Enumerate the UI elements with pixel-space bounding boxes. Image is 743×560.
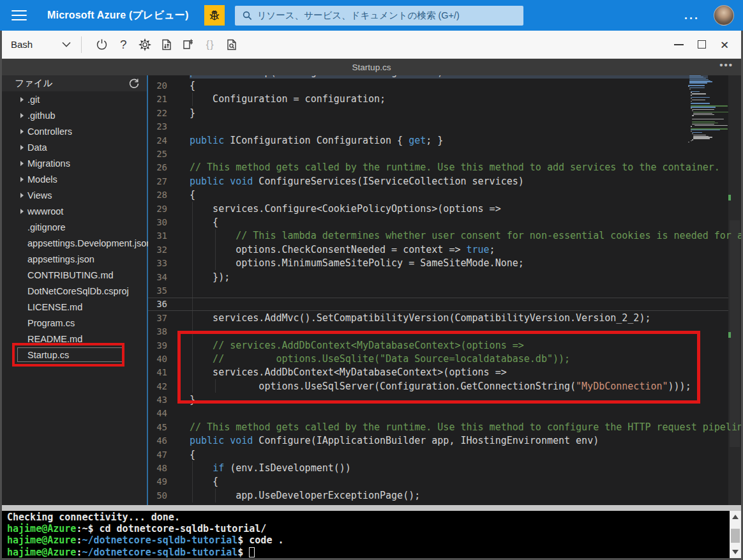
code-line-49[interactable]: 49 { xyxy=(148,475,741,488)
maximize-button[interactable] xyxy=(690,34,713,55)
tree-item--gitignore[interactable]: .gitignore xyxy=(2,219,147,235)
tree-item-models[interactable]: Models xyxy=(2,171,147,187)
code-line-25[interactable]: 25 xyxy=(148,147,741,160)
code-line-33[interactable]: 33 options.MinimumSameSitePolicy = SameS… xyxy=(148,256,741,269)
upload-download-button[interactable] xyxy=(156,34,177,56)
code-line-26[interactable]: 26// This method gets called by the runt… xyxy=(148,161,741,174)
settings-button[interactable] xyxy=(134,34,156,56)
scroll-up-icon[interactable] xyxy=(732,515,739,519)
code-line-40[interactable]: 40 // options.UseSqlite("Data Source=loc… xyxy=(148,352,741,365)
code-line-29[interactable]: 29 services.Configure<CookiePolicyOption… xyxy=(148,202,741,215)
tree-item-migrations[interactable]: Migrations xyxy=(2,155,147,171)
code-line-30[interactable]: 30 { xyxy=(148,215,741,229)
tree-item-program-cs[interactable]: Program.cs xyxy=(2,315,147,331)
code-line-46[interactable]: 46public void Configure(IApplicationBuil… xyxy=(148,434,741,448)
code-line-text: { xyxy=(190,216,218,228)
line-number: 47 xyxy=(148,450,176,460)
account-avatar[interactable] xyxy=(714,5,734,26)
editor-button[interactable]: {} xyxy=(199,34,221,56)
shell-toolbar: Bash ? xyxy=(2,31,741,59)
code-line-37[interactable]: 37 services.AddMvc().SetCompatibilityVer… xyxy=(148,311,741,324)
chevron-right-icon[interactable] xyxy=(20,193,24,198)
tree-item-contributing-md[interactable]: CONTRIBUTING.md xyxy=(2,267,147,283)
shell-selector[interactable]: Bash xyxy=(2,39,71,50)
code-line-text: Configuration = configuration; xyxy=(190,93,386,105)
terminal-scrollbar[interactable] xyxy=(730,511,741,558)
line-number: 50 xyxy=(148,490,176,501)
code-line-text: options.UseSqlServer(Configuration.GetCo… xyxy=(190,381,691,392)
code-line-42[interactable]: 42 options.UseSqlServer(Configuration.Ge… xyxy=(148,379,741,393)
code-line-24[interactable]: 24public IConfiguration Configuration { … xyxy=(148,133,741,147)
tree-item-license-md[interactable]: LICENSE.md xyxy=(2,299,147,315)
code-line-50[interactable]: 50 app.UseDeveloperExceptionPage(); xyxy=(148,488,741,502)
code-line-39[interactable]: 39 // services.AddDbContext<MyDatabaseCo… xyxy=(148,338,741,352)
terminal-line: Checking connectivity... done. xyxy=(7,511,726,523)
toolbar-divider xyxy=(81,36,82,53)
code-line-32[interactable]: 32 options.CheckConsentNeeded = context … xyxy=(148,243,741,256)
code-editor[interactable]: 19public Startup(IConfiguration configur… xyxy=(148,75,741,505)
code-lines: 19public Startup(IConfiguration configur… xyxy=(148,75,741,503)
chevron-right-icon[interactable] xyxy=(20,209,24,214)
editor-more-icon[interactable]: ••• xyxy=(719,59,733,70)
close-button[interactable]: × xyxy=(713,34,736,55)
tree-item-controllers[interactable]: Controllers xyxy=(2,123,147,139)
tree-item-views[interactable]: Views xyxy=(2,187,147,203)
refresh-icon[interactable] xyxy=(128,77,140,90)
tree-item-appsettings-json[interactable]: appsettings.json xyxy=(2,251,147,267)
preview-file-button[interactable] xyxy=(221,34,243,56)
tree-item-data[interactable]: Data xyxy=(2,139,147,155)
chevron-right-icon[interactable] xyxy=(20,161,24,166)
tree-item-dotnetcoresqldb-csproj[interactable]: DotNetCoreSqlDb.csproj xyxy=(2,283,147,299)
code-line-31[interactable]: 31 // This lambda determines whether use… xyxy=(148,229,741,243)
help-button[interactable]: ? xyxy=(112,34,134,56)
bash-terminal[interactable]: Checking connectivity... done.hajime@Azu… xyxy=(2,511,741,558)
code-line-35[interactable]: 35 xyxy=(148,284,741,297)
minimap-line xyxy=(692,123,718,123)
code-line-36[interactable]: 36 xyxy=(148,298,741,311)
code-line-44[interactable]: 44 xyxy=(148,407,741,420)
minimap-line xyxy=(689,79,709,80)
code-line-27[interactable]: 27public void ConfigureServices(IService… xyxy=(148,174,741,188)
minimize-button[interactable] xyxy=(667,34,690,55)
code-line-21[interactable]: 21 Configuration = configuration; xyxy=(148,93,741,106)
line-number: 39 xyxy=(148,340,176,351)
tree-item-appsettings-development-json[interactable]: appsettings.Development.json xyxy=(2,235,147,251)
search-input[interactable] xyxy=(257,10,513,20)
tree-item-startup-cs[interactable]: Startup.cs xyxy=(2,347,147,363)
chevron-right-icon[interactable] xyxy=(20,145,24,150)
code-line-28[interactable]: 28{ xyxy=(148,188,741,202)
code-line-20[interactable]: 20{ xyxy=(148,79,741,92)
hamburger-menu-icon[interactable] xyxy=(11,10,27,20)
code-line-47[interactable]: 47{ xyxy=(148,448,741,461)
code-line-38[interactable]: 38 xyxy=(148,324,741,338)
chevron-right-icon[interactable] xyxy=(20,97,24,102)
code-line-48[interactable]: 48 if (env.IsDevelopment()) xyxy=(148,461,741,474)
terminal-line: hajime@Azure:~/dotnetcore-sqldb-tutorial… xyxy=(7,547,726,558)
tree-item--github[interactable]: .github xyxy=(2,107,147,123)
code-line-41[interactable]: 41 services.AddDbContext<MyDatabaseConte… xyxy=(148,366,741,379)
chevron-right-icon[interactable] xyxy=(20,129,24,134)
feedback-bug-button[interactable] xyxy=(204,5,225,26)
terminal-scrollbar-thumb[interactable] xyxy=(731,529,740,543)
tree-item--git[interactable]: .git xyxy=(2,91,147,107)
editor-scrollbar[interactable] xyxy=(728,75,741,505)
chevron-right-icon[interactable] xyxy=(20,177,24,182)
scroll-down-icon[interactable] xyxy=(732,550,739,554)
line-number: 44 xyxy=(148,408,176,418)
minimap[interactable] xyxy=(688,75,728,505)
topbar-more-icon[interactable]: ... xyxy=(684,9,700,22)
code-line-34[interactable]: 34 }); xyxy=(148,270,741,284)
code-line-43[interactable]: 43} xyxy=(148,393,741,406)
code-line-45[interactable]: 45// This method gets called by the runt… xyxy=(148,420,741,434)
restart-power-button[interactable] xyxy=(91,34,112,56)
code-line-text: }); xyxy=(190,271,230,283)
tree-item-readme-md[interactable]: README.md xyxy=(2,331,147,347)
editor-scrollbar-thumb[interactable] xyxy=(730,220,740,447)
minimap-line xyxy=(691,103,710,103)
code-line-23[interactable]: 23 xyxy=(148,120,741,133)
terminal-resize-handle[interactable] xyxy=(2,505,741,511)
code-line-22[interactable]: 22} xyxy=(148,106,741,119)
new-session-button[interactable] xyxy=(177,34,199,56)
chevron-right-icon[interactable] xyxy=(20,113,24,118)
tree-item-wwwroot[interactable]: wwwroot xyxy=(2,203,147,219)
